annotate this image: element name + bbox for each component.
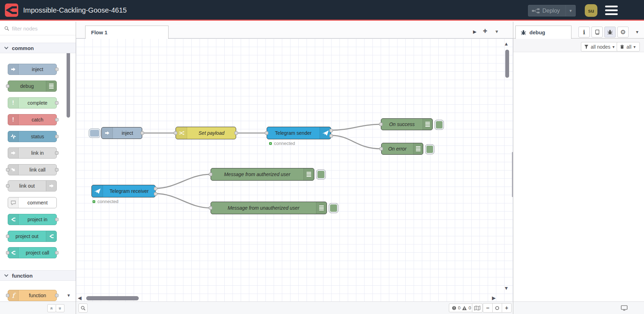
debug-toggle-button[interactable] <box>329 203 338 213</box>
input-port[interactable] <box>379 147 383 151</box>
output-port-1[interactable] <box>329 129 333 132</box>
palette-node-catch[interactable]: ! catch <box>8 114 57 125</box>
navigator-button[interactable] <box>472 303 482 313</box>
palette-search[interactable] <box>0 22 76 35</box>
flow-node-inject[interactable]: inject <box>101 127 142 139</box>
main-menu-button[interactable] <box>605 6 618 15</box>
node-label: Set payload <box>187 127 236 139</box>
input-port[interactable] <box>6 184 9 188</box>
tab-scroll-right-icon[interactable]: ▶ <box>473 29 477 34</box>
palette-node-inject[interactable]: inject <box>8 64 57 75</box>
input-port[interactable] <box>209 173 212 176</box>
output-port[interactable] <box>55 251 59 254</box>
palette-node-link-out[interactable]: link out <box>8 180 57 191</box>
palette-scrollbar-thumb[interactable] <box>67 50 70 118</box>
palette-node-complete[interactable]: ! complete <box>8 97 57 109</box>
flow-node-on-success[interactable]: On success <box>381 118 433 130</box>
error-count-icon <box>452 306 456 310</box>
palette-node-status[interactable]: status <box>8 131 57 142</box>
flow-node-telegram-sender[interactable]: Telegram sender <box>267 127 331 139</box>
palette-filter-input[interactable] <box>12 26 64 32</box>
palette-node-debug[interactable]: debug <box>8 81 57 92</box>
output-port[interactable] <box>55 218 59 221</box>
tab-debug[interactable]: debug <box>515 26 571 39</box>
error-count: 0 <box>458 305 460 310</box>
palette-scroll-down-icon[interactable]: ▼ <box>67 293 71 298</box>
user-avatar[interactable]: su <box>585 4 597 17</box>
input-port[interactable] <box>6 251 9 254</box>
output-port[interactable] <box>55 68 59 71</box>
input-port[interactable] <box>174 131 177 135</box>
output-port[interactable] <box>55 294 59 297</box>
canvas-search-button[interactable] <box>78 303 88 313</box>
debug-toggle-button[interactable] <box>316 169 326 180</box>
palette-collapse-all-button[interactable]: « <box>47 304 56 312</box>
output-port-1[interactable] <box>154 187 157 190</box>
palette-expand-all-button[interactable]: » <box>56 304 64 312</box>
hamburger-icon <box>605 9 618 11</box>
add-flow-button[interactable]: + <box>483 27 487 35</box>
telegram-plane-icon <box>92 185 103 197</box>
inject-trigger-button[interactable] <box>89 128 101 138</box>
input-port[interactable] <box>6 168 9 172</box>
deploy-options-caret[interactable]: ▾ <box>566 5 575 16</box>
input-port[interactable] <box>379 123 383 126</box>
input-port[interactable] <box>6 84 9 88</box>
input-port[interactable] <box>265 131 268 135</box>
info-tab-button[interactable]: i <box>578 27 590 37</box>
notification-counts[interactable]: 0 0 <box>449 303 474 312</box>
flow-node-telegram-receiver[interactable]: Telegram receiver <box>91 185 156 197</box>
debug-clear-dropdown[interactable]: all ▾ <box>617 42 640 51</box>
zoom-out-button[interactable]: − <box>483 303 493 313</box>
input-port[interactable] <box>6 235 9 238</box>
input-port[interactable] <box>209 206 212 210</box>
flow-node-on-error[interactable]: On error <box>381 143 423 155</box>
node-status-connected: connected <box>269 141 295 146</box>
palette-node-link-in[interactable]: link in <box>8 147 57 159</box>
debug-filter-dropdown[interactable]: all nodes ▾ <box>581 42 620 51</box>
debug-toggle-button[interactable] <box>425 144 434 154</box>
palette-node-function[interactable]: f function <box>8 290 57 301</box>
flow-list-caret[interactable]: ▾ <box>495 29 498 34</box>
sidebar-separator-handle[interactable] <box>512 152 513 197</box>
debug-sidebar-icon <box>46 81 56 91</box>
palette-node-project-out[interactable]: project out <box>8 231 57 242</box>
output-port-2[interactable] <box>329 134 333 138</box>
funnel-icon <box>584 44 589 49</box>
search-icon <box>81 306 85 310</box>
output-port[interactable] <box>55 151 59 155</box>
flow-node-msg-unauthorized[interactable]: Message from unautherized user <box>211 202 327 214</box>
input-port[interactable] <box>6 294 9 297</box>
sidebar-menu-caret[interactable]: ▾ <box>636 29 638 34</box>
canvas-footer <box>76 301 513 314</box>
tab-flow-1[interactable]: Flow 1 <box>85 26 169 39</box>
config-tab-button[interactable]: ⚙ <box>617 27 629 37</box>
node-label: Message from autherized user <box>211 168 303 180</box>
debug-tab-button[interactable] <box>604 27 616 37</box>
wire-receiver-msgauth <box>156 174 210 188</box>
zoom-in-button[interactable]: + <box>502 303 512 313</box>
output-port-2[interactable] <box>154 192 157 196</box>
output-port[interactable] <box>234 131 238 135</box>
palette-node-comment[interactable]: comment <box>8 197 57 208</box>
debug-toggle-button[interactable] <box>434 120 444 130</box>
warning-count-icon <box>462 306 467 310</box>
deploy-button[interactable]: Deploy ▾ <box>528 5 576 16</box>
chevron-down-icon <box>4 45 8 49</box>
output-port[interactable] <box>55 101 59 105</box>
palette-category-common[interactable]: common <box>0 43 76 53</box>
output-port[interactable] <box>55 118 59 121</box>
palette-category-function[interactable]: function <box>0 270 76 281</box>
output-port[interactable] <box>55 168 59 172</box>
flow-node-msg-authorized[interactable]: Message from autherized user <box>211 168 314 181</box>
palette-node-project-in[interactable]: project in <box>8 214 57 225</box>
help-tab-button[interactable] <box>591 27 603 37</box>
debug-sidebar-icon <box>316 202 327 214</box>
flow-node-set-payload[interactable]: Set payload <box>176 127 236 139</box>
output-port[interactable] <box>141 131 144 135</box>
open-dashboard-button[interactable] <box>619 304 629 312</box>
palette-node-project-call[interactable]: project call <box>8 247 57 258</box>
palette-node-link-call[interactable]: link call <box>8 164 57 175</box>
zoom-reset-button[interactable] <box>492 303 502 313</box>
output-port[interactable] <box>55 135 59 138</box>
